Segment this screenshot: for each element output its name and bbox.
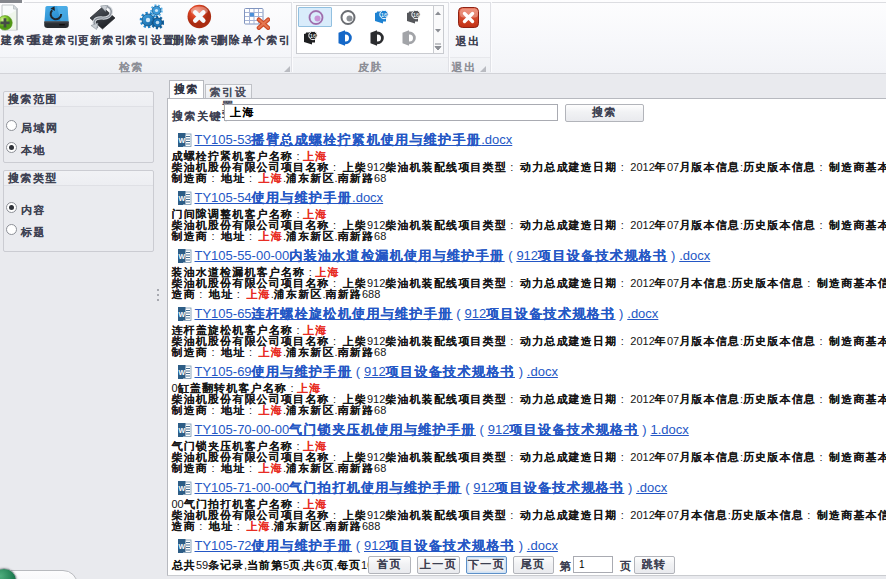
svg-text:16: 16 (310, 33, 317, 39)
svg-text:16: 16 (413, 12, 420, 18)
svg-text:W: W (178, 427, 185, 434)
svg-text:W: W (178, 311, 185, 318)
svg-text:W: W (178, 253, 185, 260)
svg-text:W: W (178, 485, 185, 492)
svg-text:W: W (178, 543, 185, 550)
svg-text:W: W (178, 369, 185, 376)
svg-text:W: W (178, 195, 185, 202)
svg-text:W: W (178, 137, 185, 144)
svg-text:16: 16 (381, 12, 388, 18)
